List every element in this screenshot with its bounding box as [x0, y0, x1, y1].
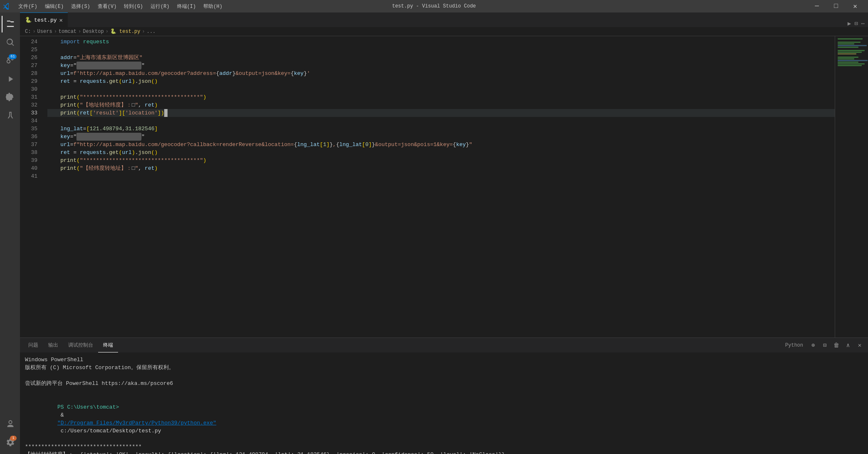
- code-line-29: ret = requests.get(url).json(): [47, 77, 835, 85]
- line-num-31: 31: [20, 93, 37, 101]
- title-bar-left: 文件(F) 编辑(E) 选择(S) 查看(V) 转到(G) 运行(R) 终端(I…: [3, 1, 226, 12]
- code-line-31: print("*********************************…: [47, 93, 835, 101]
- tab-terminal[interactable]: 终端: [98, 338, 118, 352]
- code-line-32: print("【地址转经纬度】：□", ret): [47, 101, 835, 109]
- term-line-1: Windows PowerShell: [25, 356, 863, 364]
- line-num-41: 41: [20, 172, 37, 180]
- menu-edit[interactable]: 编辑(E): [42, 1, 67, 12]
- menu-help[interactable]: 帮助(H): [200, 1, 226, 12]
- panel-toolbar: Python ⊕ ⊟ 🗑 ∧ ✕: [782, 340, 865, 350]
- title-bar: 文件(F) 编辑(E) 选择(S) 查看(V) 转到(G) 运行(R) 终端(I…: [0, 0, 868, 12]
- more-actions-button[interactable]: ⋯: [861, 20, 865, 27]
- line-num-34: 34: [20, 117, 37, 125]
- maximize-button[interactable]: □: [826, 0, 846, 12]
- line-num-30: 30: [20, 85, 37, 93]
- menu-goto[interactable]: 转到(G): [121, 1, 146, 12]
- code-line-33: print(ret['result']['location']): [47, 109, 835, 117]
- vscode-logo-icon: [3, 3, 10, 10]
- terminal-content[interactable]: Windows PowerShell 版权所有 (C) Microsoft Co…: [20, 352, 868, 454]
- code-editor[interactable]: 24 25 26 27 28 29 30 31 32 33 34 35 36 3…: [20, 36, 835, 337]
- tab-problems[interactable]: 问题: [23, 338, 43, 352]
- term-geocode-result: 【地址转经纬度】： {'status': 'OK', 'result': {'l…: [25, 451, 863, 454]
- sidebar-item-source-control[interactable]: 61: [2, 52, 18, 69]
- code-line-27: key="████████████████████": [47, 62, 835, 69]
- term-stars-1: ************************************: [25, 443, 863, 451]
- python-file-icon: 🐍: [25, 17, 32, 23]
- minimap-content: [835, 36, 868, 337]
- breadcrumb-c[interactable]: C:: [25, 29, 31, 35]
- breadcrumb-desktop[interactable]: Desktop: [83, 29, 104, 35]
- code-line-28: url= f'http://api.map.baidu.com/geocoder…: [47, 69, 835, 77]
- line-numbers: 24 25 26 27 28 29 30 31 32 33 34 35 36 3…: [20, 36, 41, 337]
- term-line-cmd: PS C:\Users\tomcat> & "D:/Program Files/…: [25, 395, 863, 443]
- line-num-29: 29: [20, 77, 37, 85]
- breadcrumb-users[interactable]: Users: [37, 29, 52, 35]
- code-line-37: url=f"http://api.map.baidu.com/geocoder?…: [47, 141, 835, 149]
- code-line-40: print("【经纬度转地址】：□", ret): [47, 164, 835, 172]
- menu-bar[interactable]: 文件(F) 编辑(E) 选择(S) 查看(V) 转到(G) 运行(R) 终端(I…: [15, 1, 226, 12]
- breadcrumb-ellipsis[interactable]: ...: [147, 29, 156, 35]
- code-line-34: [47, 117, 835, 125]
- tab-debug-console[interactable]: 调试控制台: [63, 338, 98, 352]
- line-num-38: 38: [20, 149, 37, 156]
- line-num-26: 26: [20, 54, 37, 62]
- line-num-33: 33: [20, 109, 37, 117]
- menu-file[interactable]: 文件(F): [15, 1, 41, 12]
- sidebar-item-testing[interactable]: [2, 107, 18, 124]
- minimize-button[interactable]: ─: [807, 0, 826, 12]
- panel-maximize-button[interactable]: ∧: [843, 340, 853, 350]
- term-python-path: "D:/Program Files/My3rdParty/Python39/py…: [57, 420, 216, 426]
- settings-badge: 1: [10, 436, 17, 441]
- tab-output[interactable]: 输出: [43, 338, 63, 352]
- tab-close-button[interactable]: ✕: [59, 17, 63, 24]
- term-prompt: PS C:\Users\tomcat>: [57, 404, 119, 410]
- close-button[interactable]: ✕: [846, 0, 865, 12]
- tab-test-py[interactable]: 🐍 test.py ✕: [20, 12, 68, 27]
- line-num-36: 36: [20, 133, 37, 141]
- code-line-38: ret = requests.get(url).json(): [47, 149, 835, 156]
- breadcrumb-tomcat[interactable]: tomcat: [59, 29, 76, 35]
- menu-run[interactable]: 运行(R): [147, 1, 173, 12]
- run-button[interactable]: ▶: [848, 20, 851, 27]
- code-line-39: print("*********************************…: [47, 156, 835, 164]
- term-line-5: [25, 387, 863, 395]
- sidebar-item-explorer[interactable]: [2, 16, 18, 32]
- menu-select[interactable]: 选择(S): [68, 1, 94, 12]
- window-controls[interactable]: ─ □ ✕: [807, 0, 865, 12]
- accounts-icon[interactable]: [2, 416, 18, 432]
- code-line-25: [47, 46, 835, 54]
- activity-bar-bottom: 1: [2, 416, 18, 454]
- settings-icon[interactable]: 1: [2, 434, 18, 451]
- tab-label: test.py: [34, 17, 57, 23]
- line-num-39: 39: [20, 156, 37, 164]
- term-line-2: 版权所有 (C) Microsoft Corporation。保留所有权利。: [25, 364, 863, 372]
- line-num-40: 40: [20, 164, 37, 172]
- sidebar-item-extensions[interactable]: [2, 89, 18, 106]
- split-terminal-button[interactable]: ⊟: [820, 340, 830, 350]
- term-line-3: [25, 372, 863, 380]
- menu-terminal[interactable]: 终端(I): [174, 1, 200, 12]
- panel-tabs: 问题 输出 调试控制台 终端 Python ⊕ ⊟ 🗑 ∧ ✕: [20, 338, 868, 352]
- kill-terminal-button[interactable]: 🗑: [831, 340, 841, 350]
- line-num-25: 25: [20, 46, 37, 54]
- sidebar-item-search[interactable]: [2, 34, 18, 51]
- editor-with-minimap: 24 25 26 27 28 29 30 31 32 33 34 35 36 3…: [20, 36, 868, 337]
- line-num-27: 27: [20, 62, 37, 69]
- activity-bar: 61 1: [0, 12, 20, 454]
- code-line-41: [47, 172, 835, 180]
- terminal-language: Python: [782, 342, 806, 348]
- menu-view[interactable]: 查看(V): [94, 1, 120, 12]
- minimap: [835, 36, 868, 337]
- breadcrumb-file[interactable]: 🐍 test.py: [110, 28, 141, 35]
- code-line-36: key="████████████████████": [47, 133, 835, 141]
- sidebar-item-run[interactable]: [2, 71, 18, 87]
- tab-bar: 🐍 test.py ✕ ▶ ⊟ ⋯: [20, 12, 868, 27]
- term-line-4: 尝试新的跨平台 PowerShell https://aka.ms/pscore…: [25, 380, 863, 387]
- editor-toolbar: ▶ ⊟ ⋯: [844, 20, 868, 27]
- split-editor-button[interactable]: ⊟: [854, 20, 858, 27]
- code-content[interactable]: import requests addr="上海市浦东新区世博园区" key="…: [41, 36, 835, 337]
- panel: 问题 输出 调试控制台 终端 Python ⊕ ⊟ 🗑 ∧ ✕ Windows …: [20, 337, 868, 454]
- new-terminal-button[interactable]: ⊕: [808, 340, 818, 350]
- panel-close-button[interactable]: ✕: [855, 340, 865, 350]
- main-layout: 61 1: [0, 12, 868, 454]
